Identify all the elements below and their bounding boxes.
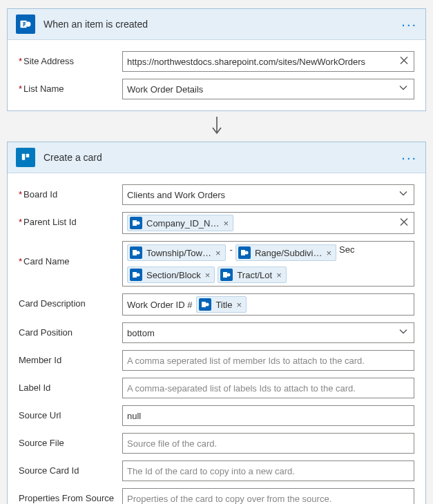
member-id-input[interactable]: A comma seperated list of member Ids to … [122,350,414,371]
svg-rect-15 [202,302,206,307]
properties-from-source-input[interactable]: Properties of the card to copy over from… [122,488,414,504]
svg-point-14 [227,273,231,277]
svg-point-16 [206,303,209,307]
parent-list-id-label: *Parent List Id [19,212,122,227]
source-url-label: Source Url [19,405,122,420]
card-description-input[interactable]: Work Order ID # Title × [122,293,414,316]
card-name-label: *Card Name [19,241,122,266]
trigger-card: When an item is created ··· *Site Addres… [7,8,426,111]
clear-icon[interactable] [400,218,408,229]
token-remove-icon[interactable]: × [224,218,229,229]
label-id-input[interactable]: A comma-separated list of labels Ids to … [122,378,414,398]
svg-rect-11 [133,272,137,278]
chevron-down-icon[interactable] [398,189,408,201]
action-title: Create a card [44,152,401,163]
label-id-label: Label Id [19,378,122,393]
sharepoint-token-icon [130,246,142,259]
connector-arrow [7,111,426,142]
trigger-title: When an item is created [44,19,401,30]
card-position-label: Card Position [19,322,122,338]
svg-rect-7 [133,250,137,255]
source-file-label: Source File [19,433,122,448]
token-remove-icon[interactable]: × [205,270,211,280]
trigger-body: *Site Address https://northwestdocs.shar… [8,40,425,110]
list-name-label: *List Name [19,79,122,94]
source-url-input[interactable]: null [122,405,414,426]
sharepoint-token-icon [238,246,251,259]
token-remove-icon[interactable]: × [326,248,331,258]
source-file-input[interactable]: Source file of the card. [122,433,414,454]
parent-list-id-input[interactable]: Company_ID_N… × [122,212,414,234]
trello-icon [16,148,35,167]
source-card-id-input[interactable]: The Id of the card to copy into a new ca… [122,461,414,481]
svg-point-8 [137,251,140,255]
trigger-more-button[interactable]: ··· [401,21,417,28]
card-position-select[interactable]: bottom [122,322,414,343]
svg-point-6 [137,222,140,225]
dynamic-token[interactable]: Tract/Lot × [218,266,286,283]
dynamic-token[interactable]: Range/Subdivi… × [235,244,336,261]
sharepoint-token-icon [130,269,142,281]
svg-rect-3 [22,154,26,160]
board-id-select[interactable]: Clients and Work Orders [122,184,414,205]
action-card: Create a card ··· *Board Id Clients and … [7,142,426,504]
trigger-header[interactable]: When an item is created ··· [8,9,425,40]
dynamic-token[interactable]: Company_ID_N… × [127,215,233,231]
svg-point-10 [244,251,248,255]
properties-from-source-label: Properties From Source Card [19,488,122,504]
site-address-input[interactable]: https://northwestdocs.sharepoint.com/sit… [122,51,414,72]
sharepoint-token-icon [220,269,233,281]
token-remove-icon[interactable]: × [236,300,242,310]
svg-point-12 [137,273,140,277]
action-body: *Board Id Clients and Work Orders *Paren… [8,173,425,504]
action-header[interactable]: Create a card ··· [8,142,425,173]
card-name-input[interactable]: Township/Tow… × - Range/Subdivi… × Sec S… [122,241,414,287]
board-id-label: *Board Id [19,184,122,200]
source-card-id-label: Source Card Id [19,461,122,476]
svg-rect-4 [26,154,30,157]
list-name-select[interactable]: Work Order Details [122,79,414,99]
chevron-down-icon[interactable] [398,84,408,95]
card-description-label: Card Description [19,293,122,309]
svg-point-1 [26,21,31,27]
svg-rect-13 [223,272,227,278]
clear-icon[interactable] [400,57,408,67]
svg-rect-5 [133,220,137,226]
svg-rect-9 [241,250,245,255]
dynamic-token[interactable]: Township/Tow… × [127,244,226,261]
dynamic-token[interactable]: Section/Block × [127,266,215,283]
member-id-label: Member Id [19,350,122,365]
sharepoint-token-icon [199,298,211,311]
sharepoint-token-icon [130,217,142,229]
chevron-down-icon[interactable] [398,327,408,339]
token-remove-icon[interactable]: × [276,270,282,280]
dynamic-token[interactable]: Title × [196,296,247,313]
site-address-label: *Site Address [19,51,122,66]
action-more-button[interactable]: ··· [401,154,417,161]
sharepoint-icon [16,14,35,34]
token-remove-icon[interactable]: × [215,248,221,258]
